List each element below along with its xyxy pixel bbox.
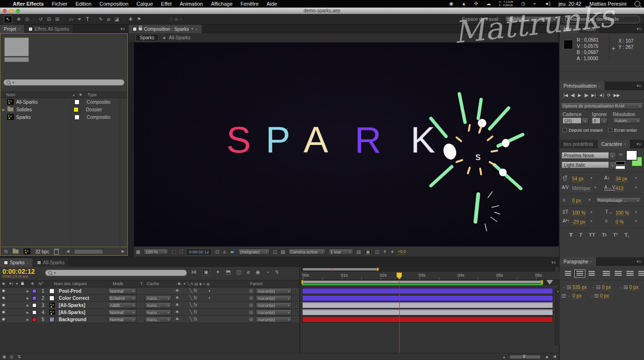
collapse-switch-icon[interactable]: -✱- xyxy=(174,289,180,293)
panel-menu-icon[interactable]: ▾≡ xyxy=(634,83,644,88)
tab-effects-presets[interactable]: tres prédéfinis xyxy=(560,140,598,148)
close-icon[interactable]: × xyxy=(27,261,29,265)
camera-tool-icon[interactable]: ⊟ xyxy=(47,17,51,22)
caret-down-icon[interactable]: ▼ xyxy=(588,198,591,201)
indent-first-value[interactable]: 0 px xyxy=(602,285,611,290)
project-row-solides[interactable]: ▶ Solides Dossier xyxy=(0,106,127,113)
caret-down-icon[interactable]: ▼ xyxy=(635,177,637,180)
auto-keyframe-icon[interactable]: ◔ xyxy=(266,270,269,275)
menu-clock[interactable]: jeu. 20:42 xyxy=(558,1,581,7)
lock-column-icon[interactable] xyxy=(21,283,24,285)
blend-mode-dropdown[interactable]: Normal xyxy=(108,288,136,294)
project-columns-header[interactable]: Nom ▲ ◈ Type xyxy=(0,91,127,98)
justify-last-right-button[interactable] xyxy=(625,270,635,278)
menu-fenetre[interactable]: Fenêtre xyxy=(241,1,259,7)
small-caps-button[interactable]: Tt xyxy=(602,232,607,237)
screen-recorder-icon[interactable]: ◉ xyxy=(449,1,454,6)
fx-badge[interactable]: fx xyxy=(194,302,197,307)
cloud-icon[interactable]: ☁ xyxy=(486,1,491,6)
parent-dropdown[interactable]: Aucun(e) xyxy=(256,309,292,315)
caret-down-icon[interactable]: ▼ xyxy=(590,220,593,223)
layer-bar-1[interactable] xyxy=(302,288,553,294)
caret-down-icon[interactable]: ▼ xyxy=(594,186,597,189)
caret-down-icon[interactable]: ▼ xyxy=(635,220,637,223)
panel-menu-icon[interactable]: ▾≡ xyxy=(548,260,559,265)
layer-bar-3[interactable] xyxy=(302,302,553,308)
quality-icon[interactable]: ╲ fx xyxy=(189,288,197,293)
next-frame-button[interactable]: |▶ xyxy=(584,93,588,98)
cadence-caret[interactable]: ▼ xyxy=(581,117,589,125)
menu-edition[interactable]: Edition xyxy=(75,1,91,7)
time-ruler[interactable]: 00s 01s 02s 03s 04s 05s 06s xyxy=(300,272,560,280)
skip-field[interactable]: 0 xyxy=(592,117,600,124)
timeline-zoom-slider[interactable] xyxy=(510,355,541,359)
layer-name[interactable]: [All-Sparks] xyxy=(59,310,85,315)
pickwhip-icon[interactable]: ◎ xyxy=(249,303,253,307)
collapse-switch-icon[interactable]: -✱- xyxy=(174,317,180,321)
label-column-icon[interactable]: ◈ xyxy=(79,93,82,97)
window-title-bar[interactable]: demo-sparks.aep xyxy=(0,8,644,14)
indent-right-value[interactable]: 0 px xyxy=(629,285,638,290)
menu-animation[interactable]: Animation xyxy=(180,1,203,7)
expand-arrow-icon[interactable]: ▶ xyxy=(27,289,29,293)
fill-mode-dropdown[interactable]: Remplissage ... xyxy=(596,197,641,203)
menu-app-name[interactable]: After Effects xyxy=(13,1,44,7)
scroll-up-icon[interactable]: ▲ xyxy=(556,290,559,293)
collapse-switch-icon[interactable]: -✱- xyxy=(174,310,180,314)
expand-transfer-controls-icon[interactable]: ◎ xyxy=(10,355,14,359)
parent-dropdown[interactable]: Aucun(e) xyxy=(256,295,292,301)
parent-dropdown[interactable]: Aucun(e) xyxy=(256,302,292,308)
tab-caractere[interactable]: Caractère× xyxy=(598,140,631,148)
layer-row-3[interactable]: ◉ ▶ 3 [All-Sparks] Addit... Aucu... -✱- … xyxy=(0,302,299,309)
column-layer-name[interactable]: Nom des calques xyxy=(54,281,87,286)
fx-badge[interactable]: fx xyxy=(194,295,197,300)
justify-last-left-button[interactable] xyxy=(601,270,612,278)
fx-badge[interactable]: fx xyxy=(194,309,197,315)
view-layout-dropdown[interactable]: 1 vue xyxy=(329,249,353,255)
superscript-button[interactable]: T¹ xyxy=(613,232,618,237)
tab-info[interactable]: Info× xyxy=(560,25,580,33)
vertical-scrollbar[interactable]: ▲ xyxy=(555,288,560,345)
viewer-timecode[interactable]: 0:00:02:12 xyxy=(186,249,212,255)
layer-bar-5[interactable] xyxy=(302,316,553,323)
column-number[interactable]: N° xyxy=(39,281,44,286)
stroke-width-value[interactable]: 0 px xyxy=(572,198,581,204)
zoom-in-mountain-icon[interactable]: ▲ xyxy=(545,354,549,359)
subscript-button[interactable]: T₁ xyxy=(625,232,630,237)
tracking-value[interactable]: 413 xyxy=(616,186,624,191)
collapse-switch-icon[interactable]: -✱- xyxy=(174,296,180,300)
layer-row-1[interactable]: ◉ ▶ 1 Post-Prod Normal -✱- ╲ fx ◐ ◎ Aucu… xyxy=(0,288,299,295)
baseline-shift-value[interactable]: -29 px xyxy=(572,219,585,225)
shape-tool-icon[interactable]: ▭ xyxy=(69,17,73,22)
font-style-field[interactable]: Light Italic xyxy=(562,162,609,168)
work-area-end-handle[interactable] xyxy=(541,280,543,284)
snapshot-icon[interactable]: ⊡ xyxy=(215,250,219,254)
menu-aide[interactable]: Aide xyxy=(267,1,277,7)
menu-calque[interactable]: Calque xyxy=(136,1,153,7)
fx-badge[interactable]: fx xyxy=(194,288,197,293)
track-matte-dropdown[interactable]: Aucu... xyxy=(145,302,171,308)
breadcrumb-current[interactable]: Sparks xyxy=(135,34,159,41)
hide-shy-icon[interactable]: ⬒ xyxy=(226,269,231,275)
tab-audio[interactable]: Audio xyxy=(580,25,600,33)
zoom-out-mountain-icon[interactable]: ▲ xyxy=(502,355,506,359)
breadcrumb-parent[interactable]: All-Sparks xyxy=(169,35,191,40)
font-family-caret[interactable]: ▼ xyxy=(609,152,616,161)
caret-down-icon[interactable]: ▼ xyxy=(635,211,637,214)
parent-dropdown[interactable]: Aucun(e) xyxy=(256,316,292,323)
black-swatch[interactable] xyxy=(616,162,625,165)
reset-exposure-icon[interactable]: ✦ xyxy=(390,250,394,254)
track-matte-dropdown[interactable]: Aucu... xyxy=(145,295,171,301)
all-caps-button[interactable]: TT xyxy=(589,232,595,237)
tab-timeline-all-sparks[interactable]: All-Sparks xyxy=(33,258,69,267)
expand-arrow-icon[interactable]: ▶ xyxy=(2,108,5,111)
expand-arrow-icon[interactable]: ▶ xyxy=(27,297,29,300)
label-color-chip[interactable] xyxy=(74,99,80,105)
blend-mode-dropdown[interactable]: Eclaircir xyxy=(108,295,136,301)
show-channel-icon[interactable]: ●●● xyxy=(230,250,235,254)
navigator-end-handle[interactable] xyxy=(376,268,379,271)
faux-bold-button[interactable]: T xyxy=(569,232,572,237)
adjustment-layer-icon[interactable]: ◐ xyxy=(208,296,211,300)
flowchart-icon[interactable]: ⚘ xyxy=(383,250,387,254)
quality-icon[interactable]: ╲ fx xyxy=(189,303,197,307)
